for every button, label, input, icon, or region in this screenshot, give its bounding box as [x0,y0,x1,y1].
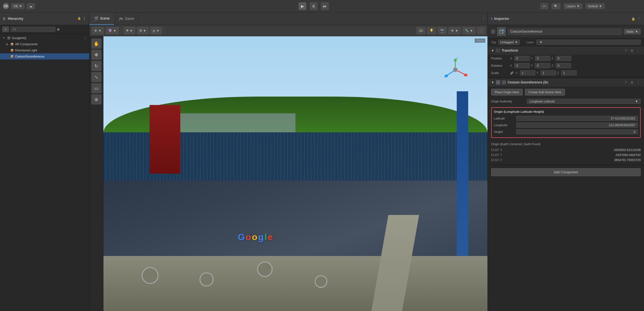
ground-circle-3 [257,262,273,277]
rotation-y-input[interactable] [535,63,550,68]
add-hierarchy-button[interactable]: + [2,27,9,32]
inspector-more-icon[interactable]: ⋮ [638,17,641,21]
height-input[interactable] [516,129,638,134]
rotation-xyz: X Y Z [510,63,641,68]
layer-dropdown[interactable]: ▼ [536,40,641,45]
tree-arrow-ar: ▶ [6,42,9,46]
rotation-x-input[interactable] [514,63,530,68]
cloud-icon: ☁ [29,4,32,8]
cesium-settings-btn[interactable]: ⚙ [629,80,634,85]
svg-point-12 [445,75,448,77]
hand-tool[interactable]: ✋ [91,39,101,49]
tag-dropdown[interactable]: Untagged ▼ [498,40,520,45]
chevron-down-icon: ▼ [635,100,638,103]
move-tool[interactable]: ✥ [91,50,101,60]
scene-viewport[interactable]: Google Y X [103,36,487,311]
pause-button[interactable]: ⏸ [310,2,318,10]
scene-more-icon[interactable]: ⋮ [482,17,485,21]
object-header: Static ▼ [488,25,644,38]
rotate-tool[interactable]: ↻ [91,61,101,71]
more-icon[interactable] [82,16,86,21]
position-z-input[interactable] [556,56,571,61]
add-component-button[interactable]: Add Component [491,168,641,176]
static-dropdown[interactable]: Static ▼ [624,29,641,34]
latitude-input[interactable] [516,116,638,121]
height-row: Height [494,128,638,135]
position-x-input[interactable] [514,56,530,61]
camera-icon: 📷 [440,29,444,32]
toolbar-transform-btn[interactable]: ✥ ▼ [124,27,135,34]
step-button[interactable]: ⏭ [321,2,329,10]
cesium-header[interactable]: ▼ # Cesium Georeference (Sc ? ⚙ ⋮ [488,78,644,87]
expand-hierarchy-icon[interactable]: ⊞ [57,28,60,31]
db-dropdown[interactable]: DB ▼ [11,3,25,9]
toolbar-render-btn[interactable]: 🔮 ▼ [106,27,119,34]
cesium-more-btn[interactable]: ⋮ [636,80,641,85]
toolbar-view-btn[interactable]: 👁 ▼ [92,27,104,34]
transform-settings-btn[interactable]: ⚙ [629,48,634,53]
toolbar-gizmos-btn[interactable]: 🔧 ▼ [462,27,475,34]
cloud-button[interactable]: ☁ [27,3,35,9]
tree-label-light: Directional Light [15,49,37,52]
tree-label-cesium: CesiumGeoreference [15,55,44,58]
inspector-header: ℹ Inspector 🔒 ⋮ [488,13,644,25]
tree-item-googlehq[interactable]: ▼ 🎬 GoogleHQ ⋮ [0,35,89,41]
latitude-row: Latitude [494,115,638,122]
hierarchy-search-input[interactable] [11,27,55,32]
scale-y-input[interactable] [541,70,556,75]
transform-header[interactable]: ▼ ⬛ Transform ? ⚙ ⋮ [488,46,644,55]
inspector-lock-icon[interactable]: 🔒 [631,17,635,21]
lock-icon[interactable] [77,16,81,21]
cesium-help-btn[interactable]: ? [623,80,628,85]
layers-dropdown[interactable]: Layers ▼ [564,3,582,9]
game-tab[interactable]: 🎮 Game [114,13,139,25]
hierarchy-tree: ▼ 🎬 GoogleHQ ⋮ ▶ 📦 AR Components ▶ 📦 Dir… [0,34,89,311]
toolbar-snap-btn[interactable]: ||| ▼ [150,27,162,34]
longitude-input[interactable] [516,123,638,128]
origin-authority-dropdown[interactable]: Longitude Latitude ▼ [527,99,641,104]
object-enabled-checkbox[interactable] [491,30,495,34]
cube-icon-svg [499,29,504,34]
top-bar-left: DB DB ▼ ☁ [0,3,89,9]
search-button[interactable]: 🔍 [551,3,560,9]
scale-z-input[interactable] [561,70,577,75]
toolbar-light-btn[interactable]: 💡 [427,27,436,34]
cesium-enabled-checkbox[interactable] [502,80,506,84]
rect-tool[interactable]: ▭ [91,83,101,93]
tree-item-directional-light[interactable]: ▶ 📦 Directional Light [0,47,89,53]
hierarchy-panel: ☰ Hierarchy + ⊞ ▼ 🎬 GoogleHQ ⋮ [0,13,89,311]
place-origin-btn[interactable]: Place Origin Here [491,89,523,95]
play-button[interactable]: ▶ [299,2,306,10]
ground-circle-4 [315,275,327,288]
scale-x-input[interactable] [520,70,535,75]
chevron-down-icon: ▼ [577,4,580,8]
toolbar-2d-btn[interactable]: 2D [416,27,425,34]
toolbar-more-btn[interactable]: ⋮ [477,27,485,34]
undo-button[interactable]: ↩ [541,3,548,9]
rotation-z-input[interactable] [556,63,571,68]
snap-icon: ||| [153,29,155,32]
sy-label: Y [536,71,540,75]
gizmo-svg: Y X Z [443,57,468,82]
y-label: Y [531,57,534,60]
separator-1 [121,28,121,34]
scale-tool[interactable]: ⤡ [91,72,101,82]
toolbar-effects-btn[interactable]: 👁 ▼ [448,27,461,34]
tree-item-cesium[interactable]: ▶ 📦 CesiumGeoreference [0,53,89,59]
transform-more-btn[interactable]: ⋮ [636,48,641,53]
default-dropdown[interactable]: Default ▼ [586,3,605,9]
tree-item-ar-components[interactable]: ▶ 📦 AR Components [0,41,89,47]
object-name-input[interactable] [508,28,622,35]
scene-tab[interactable]: 🎬 Scene [89,13,114,25]
position-y-input[interactable] [535,56,550,61]
hierarchy-title: Hierarchy [8,17,23,21]
tree-arrow-light: ▶ [6,49,9,52]
custom-tool[interactable]: ⊕ [91,94,101,104]
toolbar-cam-btn[interactable]: 📷 [438,27,447,34]
toolbar-grid-btn[interactable]: ⊞ ▼ [137,27,149,34]
scene-toolbar: 👁 ▼ 🔮 ▼ ✥ ▼ ⊞ ▼ ||| ▼ [89,25,487,36]
transform-help-btn[interactable]: ? [623,48,628,53]
more-icon[interactable]: ⋮ [84,36,87,40]
create-sub-scene-btn[interactable]: Create Sub-Scene Here [525,89,565,95]
latitude-label: Latitude [494,117,516,120]
